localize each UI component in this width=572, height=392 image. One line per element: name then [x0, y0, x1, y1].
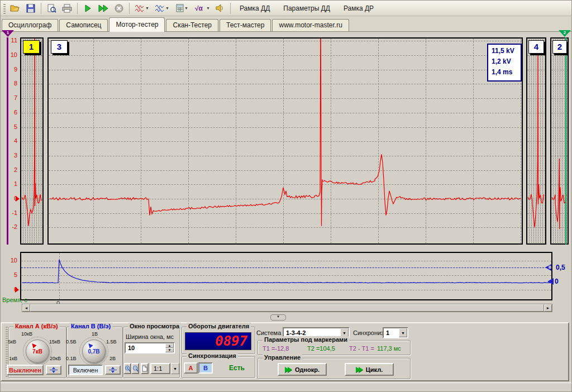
toolbar-separator [230, 3, 231, 14]
dropdown-caret-icon: ▼ [206, 6, 210, 10]
cylinder-4-panel [526, 37, 546, 245]
axis-tick-label: 5 [7, 271, 17, 278]
view-window-group: Окно просмотра Ширина окна, мс 10 ▲ ▼ 1:… [123, 327, 180, 378]
window-width-input[interactable]: 10 ▲ ▼ [125, 342, 175, 353]
axis-tick-label: 10 [7, 257, 17, 264]
menu-ramka-dd[interactable]: Рамка ДД [233, 2, 277, 15]
menu-ramka-dr[interactable]: Рамка ДР [337, 2, 380, 15]
knob-a-tick-10: 10кВ [21, 331, 32, 337]
save-button[interactable] [23, 2, 38, 15]
single-run-button[interactable]: Однокр. [278, 363, 327, 376]
channel-a-range-knob[interactable]: 7кВ [26, 340, 49, 363]
stop-button[interactable] [112, 2, 126, 15]
cylinder-1-waveform [21, 39, 42, 243]
red-signal-menu-button[interactable]: + ▼ [132, 2, 151, 15]
print-button[interactable] [60, 2, 74, 15]
tab-recorder[interactable]: Самописец [59, 19, 108, 31]
sync-channel-a-button[interactable]: А [184, 362, 198, 374]
calculator-menu-button[interactable]: ▼ [173, 2, 192, 15]
sync-source-caret[interactable]: ▼ [399, 328, 407, 337]
svg-text:+: + [158, 6, 161, 11]
peak-voltage-value: 11,5 kV [492, 46, 521, 56]
time-marker-1-flag[interactable]: 1 [2, 30, 14, 37]
trace-position-icon [49, 367, 58, 373]
sync-source-select[interactable]: 1 ▼ [383, 327, 408, 338]
marker-dt-value: 117,3 мс [377, 345, 401, 352]
scrollbar-right-arrow[interactable]: ► [544, 304, 552, 312]
tab-scan-tester[interactable]: Скан-Тестер [166, 19, 218, 31]
system-label: Система [256, 329, 281, 336]
scrollbar-left-arrow[interactable]: ◄ [22, 304, 30, 312]
floppy-icon [26, 4, 35, 13]
marker-dt-label: Т2 - Т1 = [349, 345, 374, 352]
channel-b-state-button[interactable]: Включен [68, 365, 103, 375]
cycle-run-label: Цикл. [366, 366, 383, 373]
window-width-spinner[interactable]: ▲ ▼ [165, 343, 174, 352]
run-button[interactable] [80, 2, 95, 15]
tab-motor-tester[interactable]: Мотор-тестер [109, 17, 165, 32]
zoom-ratio-select[interactable]: 1:1 [150, 363, 170, 374]
knob-b-tick-2: 2В [109, 356, 116, 361]
burn-voltage-value: 1,2 kV [492, 56, 521, 67]
sync-level-line[interactable] [21, 267, 547, 268]
channel-b-range-knob[interactable]: 0,7В [82, 340, 106, 363]
timeline-scrollbar[interactable]: ◄ ► [22, 304, 552, 312]
tab-test-master[interactable]: Тест-мастер [220, 19, 271, 31]
time-marker-2-line[interactable] [565, 37, 566, 245]
sync-source-label: Синхрониз. [353, 329, 385, 336]
control-title: Управление [263, 354, 302, 361]
timeline-panel [20, 252, 552, 300]
channel-a-title: Канал А (кВ/э) [13, 323, 60, 329]
scrollbar-thumb[interactable] [30, 304, 544, 312]
blue-signal-menu-button[interactable]: + ▼ [152, 2, 171, 15]
channel-a-state-button[interactable]: Выключен [7, 365, 44, 375]
svg-text:+: + [138, 6, 141, 11]
cycle-run-button[interactable]: Цикл. [345, 363, 394, 376]
channel-b-position-button[interactable] [105, 365, 121, 375]
window-width-label: Ширина окна, мс [126, 333, 174, 340]
knob-b-tick-05: 0.5В [66, 339, 77, 345]
cylinder-2-tag[interactable]: 2 [552, 40, 567, 54]
new-view-button[interactable] [141, 363, 149, 374]
math-menu-button[interactable]: √α ▼ [193, 2, 212, 15]
sound-button[interactable] [213, 2, 227, 15]
time-marker-1-line[interactable] [7, 37, 8, 245]
tab-oscillograph[interactable]: Осциллограф [2, 19, 58, 31]
run-continuous-button[interactable] [96, 2, 111, 15]
collapse-panel-button[interactable]: ▼ [270, 314, 286, 321]
toolbar-grip[interactable] [3, 3, 6, 14]
menu-parametry-dd[interactable]: Параметры ДД [277, 2, 337, 15]
stop-icon [115, 4, 123, 13]
zoom-out-button[interactable] [131, 363, 139, 374]
marker-measurements-box: 11,5 kV 1,2 kV 1,4 ms [487, 44, 522, 82]
rpm-title: Обороты двигателя [187, 323, 251, 329]
channel-a-group: Канал А (кВ/э) 10кВ 5кВ 15кВ 1кВ 20кВ 7к… [8, 327, 66, 378]
zero-level-arrow-main[interactable] [16, 196, 20, 202]
time-marker-2-flag[interactable]: 2 [559, 30, 571, 37]
sync-level-marker-letter: B [549, 265, 551, 269]
cylinder-4-tag[interactable]: 4 [528, 40, 544, 54]
cylinder-3-tag[interactable]: 3 [51, 40, 68, 54]
tab-website[interactable]: www.motor-master.ru [272, 19, 349, 31]
cylinder-1-tag[interactable]: 1 [23, 40, 40, 54]
motor-tester-window: + ▼ + ▼ ▼ √α ▼ Рамка ДД Параметры ДД Рам… [0, 0, 572, 392]
zoom-ratio-caret[interactable]: ▼ [171, 363, 179, 374]
preview-icon [47, 4, 56, 13]
zero-level-arrow-timeline[interactable] [15, 287, 19, 293]
sync-channel-b-button[interactable]: В [198, 362, 213, 374]
open-button[interactable] [8, 2, 22, 15]
marker-1-number: 1 [2, 30, 14, 35]
spinner-up-icon[interactable]: ▲ [165, 343, 174, 348]
timeline-waveform [21, 253, 551, 299]
channel-a-position-button[interactable] [46, 365, 61, 375]
cylinder-3-panel [47, 37, 523, 245]
zoom-in-button[interactable] [123, 363, 131, 374]
spinner-down-icon[interactable]: ▼ [165, 348, 174, 352]
cylinder-3-waveform [49, 39, 522, 243]
preview-button[interactable] [44, 2, 59, 15]
timeline-zero-marker[interactable] [547, 278, 554, 285]
channel-b-range-value: 0,7В [83, 340, 105, 362]
marker-2-number: 2 [559, 30, 571, 35]
red-wave-icon: + [135, 4, 145, 12]
cycle-run-icon [356, 367, 363, 372]
